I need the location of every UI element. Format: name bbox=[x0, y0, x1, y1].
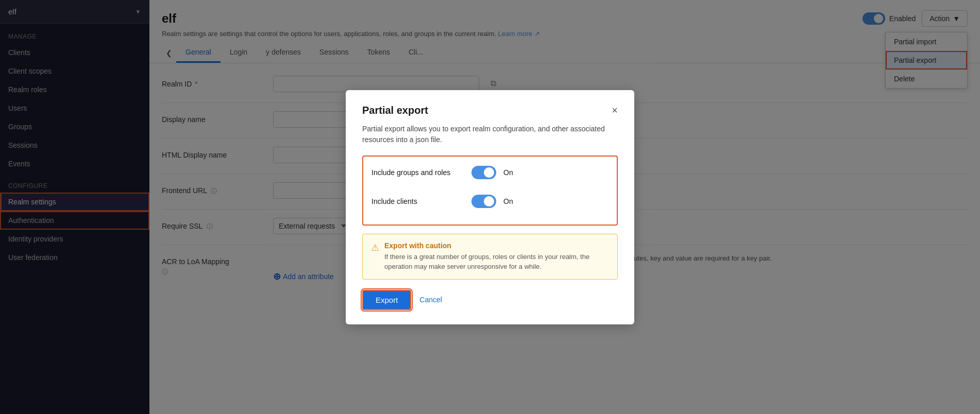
caution-title: Export with caution bbox=[384, 242, 609, 250]
caution-content: Export with caution If there is a great … bbox=[384, 242, 609, 272]
export-button[interactable]: Export bbox=[362, 290, 411, 310]
modal-description: Partial export allows you to export real… bbox=[362, 124, 618, 145]
groups-roles-label: Include groups and roles bbox=[371, 168, 464, 177]
toggle-row-clients: Include clients On bbox=[371, 191, 609, 212]
modal-toggles-box: Include groups and roles On Include clie… bbox=[362, 156, 618, 226]
include-clients-toggle[interactable] bbox=[471, 195, 496, 208]
include-clients-label: Include clients bbox=[371, 197, 464, 205]
modal-header: Partial export × bbox=[362, 105, 618, 116]
include-clients-value: On bbox=[503, 197, 513, 205]
modal-title: Partial export bbox=[362, 105, 428, 116]
toggle-row-groups-roles: Include groups and roles On bbox=[371, 162, 609, 183]
modal-close-button[interactable]: × bbox=[612, 105, 618, 115]
modal-overlay[interactable]: Partial export × Partial export allows y… bbox=[0, 0, 980, 414]
caution-box: ⚠ Export with caution If there is a grea… bbox=[362, 234, 618, 280]
caution-text: If there is a great number of groups, ro… bbox=[384, 252, 609, 272]
warning-icon: ⚠ bbox=[371, 242, 379, 253]
modal: Partial export × Partial export allows y… bbox=[346, 90, 634, 324]
groups-roles-toggle[interactable] bbox=[471, 166, 496, 179]
modal-actions: Export Cancel bbox=[362, 290, 618, 310]
groups-roles-value: On bbox=[503, 168, 513, 177]
cancel-button[interactable]: Cancel bbox=[419, 296, 442, 304]
